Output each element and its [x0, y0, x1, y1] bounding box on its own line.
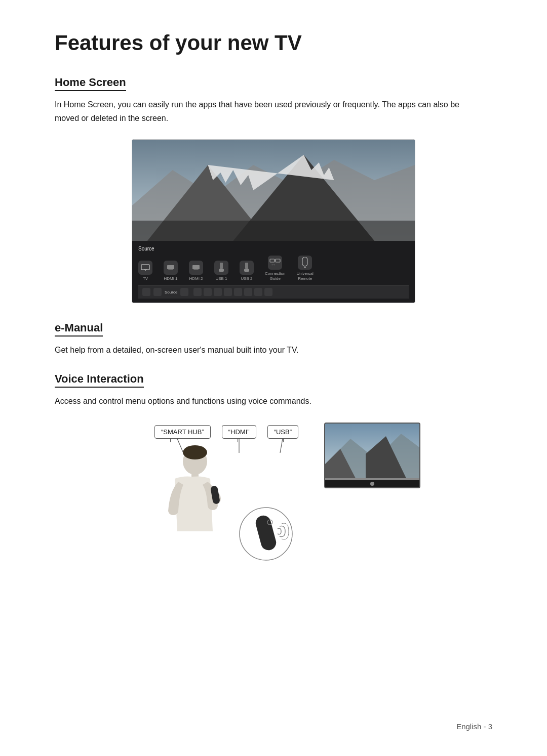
mini-tv	[324, 423, 420, 488]
mini-tv-screen	[325, 424, 419, 478]
tv-icon-hdmi2: HDMI 2	[189, 261, 203, 281]
usb1-svg	[217, 263, 225, 273]
tv-icon-usb1-circle	[214, 261, 228, 275]
svg-rect-21	[302, 257, 307, 266]
svg-rect-9	[167, 265, 174, 269]
page-footer: English - 3	[456, 722, 492, 731]
tv-icon-usb2-label: USB 2	[241, 276, 252, 281]
mini-tv-image	[325, 424, 420, 478]
emanual-section: e-Manual Get help from a detailed, on-sc…	[55, 321, 492, 357]
tv-icon-label: TV	[143, 276, 148, 281]
tv-icon-hdmi2-label: HDMI 2	[189, 276, 203, 281]
speech-bubble-smarthub: “SMART HUB”	[154, 425, 211, 439]
svg-rect-14	[219, 269, 224, 272]
tv-taskbar-search-icon	[180, 288, 188, 296]
tv-icon-usb1-label: USB 1	[215, 276, 227, 281]
tv-taskbar-dot-6	[244, 288, 252, 296]
tv-icon-hdmi1-label: HDMI 1	[164, 276, 177, 281]
tv-source-label: Source	[138, 246, 409, 251]
svg-rect-22	[304, 267, 306, 268]
svg-rect-16	[244, 269, 249, 272]
tv-icon-remote-circle	[298, 256, 312, 270]
tv-icon-conn-circle: ⟺	[268, 256, 282, 270]
home-screen-text: In Home Screen, you can easily run the a…	[55, 98, 470, 125]
tv-icons-row: TV HDMI 1	[138, 256, 409, 281]
home-screen-section: Home Screen In Home Screen, you can easi…	[55, 76, 492, 303]
tv-screen-mockup: Source TV	[132, 139, 415, 303]
tv-icon-conn-label: ConnectionGuide	[265, 271, 285, 281]
tv-icon-remote-label: UniversalRemote	[296, 271, 313, 281]
speech-bubble-usb: “USB”	[267, 425, 298, 439]
svg-rect-13	[220, 263, 223, 269]
speech-bubble-hdmi: “HDMI”	[222, 425, 256, 439]
tv-taskbar-dot-3	[214, 288, 222, 296]
svg-rect-12	[193, 269, 199, 270]
remote-svg	[301, 257, 308, 268]
tv-taskbar: Source	[138, 285, 409, 299]
svg-rect-10	[168, 269, 173, 270]
tv-taskbar-dot-8	[264, 288, 272, 296]
tv-icon-svg	[141, 264, 150, 271]
emanual-heading: e-Manual	[55, 321, 103, 337]
svg-rect-11	[192, 265, 200, 269]
tv-taskbar-dot-4	[224, 288, 232, 296]
tv-mountain-image	[132, 140, 415, 241]
mini-tv-stand-bar	[325, 478, 419, 480]
tv-icon-usb1: USB 1	[214, 261, 228, 281]
usb2-svg	[243, 263, 251, 273]
svg-rect-6	[141, 265, 149, 270]
tv-taskbar-dot-7	[254, 288, 262, 296]
tv-taskbar-source-icon	[153, 288, 162, 296]
page-title: Features of your new TV	[55, 30, 492, 56]
voice-interaction-heading: Voice Interaction	[55, 372, 144, 388]
hdmi2-svg	[191, 264, 201, 271]
svg-rect-15	[245, 263, 248, 269]
tv-taskbar-dot-5	[234, 288, 242, 296]
voice-interaction-section: Voice Interaction Access and control men…	[55, 372, 492, 572]
svg-rect-17	[270, 259, 275, 262]
svg-rect-5	[132, 221, 415, 241]
tv-icon-usb2-circle	[240, 261, 254, 275]
home-screen-heading: Home Screen	[55, 76, 126, 91]
tv-icon-universal-remote: UniversalRemote	[296, 256, 313, 281]
tv-taskbar-source-text: Source	[165, 290, 177, 295]
tv-icon-connection-guide: ⟺ ConnectionGuide	[265, 256, 285, 281]
conn-svg: ⟺	[269, 258, 281, 267]
svg-rect-32	[254, 514, 278, 552]
tv-bottom-bar: Source TV	[132, 241, 415, 303]
tv-icon-hdmi2-circle	[189, 261, 203, 275]
mountain-svg	[132, 140, 415, 241]
tv-icon-usb2: USB 2	[240, 261, 254, 281]
svg-rect-18	[276, 259, 280, 262]
tv-taskbar-dot-2	[204, 288, 212, 296]
voice-illustration: “SMART HUB” “HDMI” “USB”	[127, 420, 420, 572]
mini-tv-dot	[370, 482, 374, 486]
svg-point-27	[183, 445, 207, 459]
tv-icon-hdmi1: HDMI 1	[164, 261, 178, 281]
hdmi1-svg	[166, 264, 175, 271]
tv-icon-circle	[138, 261, 152, 275]
tv-icon-hdmi1-circle	[164, 261, 178, 275]
tv-taskbar-settings-icon	[142, 288, 150, 296]
voice-interaction-text: Access and control menu options and func…	[55, 395, 470, 408]
tv-icon-tv: TV	[138, 261, 152, 281]
person-illustration	[147, 440, 238, 567]
remote-closeup	[238, 506, 294, 562]
svg-line-25	[280, 439, 283, 453]
svg-text:⟺: ⟺	[271, 263, 275, 266]
tv-taskbar-dot-1	[193, 288, 202, 296]
emanual-text: Get help from a detailed, on-screen user…	[55, 344, 470, 357]
